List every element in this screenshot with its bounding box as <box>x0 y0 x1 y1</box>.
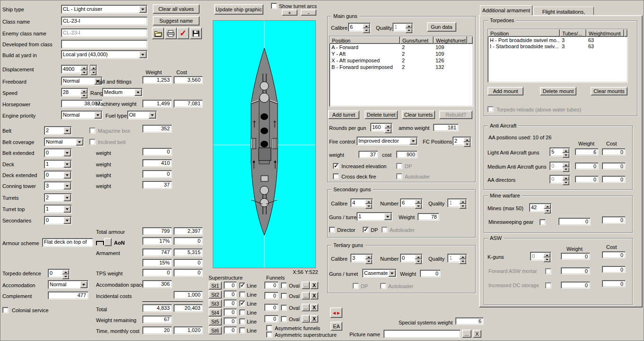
table-row[interactable]: B - Forward superimposed 2 132 <box>330 64 473 70</box>
deck-extended-select[interactable]: 0 <box>44 170 72 179</box>
secondaries-select[interactable]: 0 <box>44 216 72 225</box>
arrow-up-icon[interactable] <box>562 148 569 153</box>
table-row[interactable]: Y - Aft 2 109 <box>330 51 473 57</box>
fuel-type-select[interactable]: Oil <box>127 111 157 119</box>
displacement-spinner[interactable]: 4900 <box>61 65 88 74</box>
belt-coverage-select[interactable]: Normal <box>44 137 84 146</box>
add-turret-button[interactable]: Add turret <box>328 111 359 119</box>
funnel1-more-button[interactable]: ... <box>302 281 310 289</box>
col-position[interactable]: Position <box>488 29 560 37</box>
ter-quality-spinner[interactable]: 1 <box>447 254 467 263</box>
zoom-out-button[interactable]: - <box>301 9 316 16</box>
update-ship-graphic-button[interactable]: Update ship graphic <box>214 4 263 15</box>
col-tubes[interactable]: Tubes/... <box>560 29 586 37</box>
main-guns-table[interactable]: Position Guns/turret Weight/turret A - F… <box>329 36 473 107</box>
chevron-down-icon[interactable] <box>139 51 147 58</box>
armour-scheme-button[interactable] <box>104 238 112 246</box>
delete-turret-button[interactable]: Delete turret <box>365 111 398 119</box>
ter-guns-turret-select[interactable]: Casemate: <box>362 269 397 278</box>
arrow-up-icon[interactable] <box>80 66 87 70</box>
class-name-input[interactable]: CL-23-I <box>61 17 148 26</box>
deck-select[interactable]: 1 <box>44 160 72 169</box>
main-quality-spinner[interactable]: 1 <box>392 23 413 32</box>
fire-control-select[interactable]: Improved director <box>357 136 418 145</box>
st6-button[interactable]: St6 <box>209 326 222 334</box>
col-weight-mount[interactable]: Weight/mount <box>586 29 624 37</box>
funnel3-delete-button[interactable]: X <box>310 304 318 311</box>
picture-name-input[interactable] <box>383 330 461 338</box>
tab-flight-installations[interactable]: Flight installations, missiles <box>533 7 594 15</box>
arrow-up-icon[interactable] <box>90 66 96 70</box>
chevron-down-icon[interactable] <box>139 6 147 13</box>
increased-elevation-checkbox[interactable] <box>333 163 339 169</box>
chevron-down-icon[interactable] <box>63 182 71 189</box>
conning-tower-select[interactable]: 3 <box>44 181 72 190</box>
speed-spinner[interactable]: 28 <box>61 88 88 97</box>
arrow-down-icon[interactable] <box>363 28 370 33</box>
light-aa-spinner[interactable]: 5 <box>549 147 570 156</box>
st2-button[interactable]: St2 <box>209 290 222 298</box>
funnel4-more-button[interactable]: ... <box>302 315 310 323</box>
chevron-down-icon[interactable] <box>384 213 392 220</box>
arrow-up-icon[interactable] <box>80 89 87 94</box>
arrow-down-icon[interactable] <box>459 259 466 264</box>
arrow-up-icon[interactable] <box>365 255 372 259</box>
validate-button[interactable] <box>177 27 189 39</box>
chevron-down-icon[interactable] <box>76 138 83 145</box>
arrow-up-icon[interactable] <box>543 253 550 257</box>
arrow-down-icon[interactable] <box>415 204 422 209</box>
st6-line-checkbox[interactable] <box>239 327 245 333</box>
move-ship-button[interactable]: ◄► <box>330 307 342 318</box>
arrow-up-icon[interactable] <box>459 255 466 259</box>
displacement-fine-spinner[interactable] <box>90 65 97 74</box>
arrow-down-icon[interactable] <box>459 204 466 209</box>
arrow-down-icon[interactable] <box>90 70 96 75</box>
show-turret-arcs-checkbox[interactable] <box>271 3 277 9</box>
armour-scheme-value[interactable]: Flat deck on top of <box>42 238 93 247</box>
chevron-down-icon[interactable] <box>63 161 71 168</box>
mines-spinner[interactable]: 42 <box>529 203 552 212</box>
table-row[interactable]: A - Forward 2 109 <box>330 44 473 51</box>
engine-priority-select[interactable]: Normal <box>61 111 103 119</box>
minesweeping-checkbox[interactable] <box>540 219 546 225</box>
build-yard-select[interactable]: Local yard (43,000) <box>61 50 148 59</box>
col-weight-turret[interactable]: Weight/turret <box>434 36 467 44</box>
st3-line-checkbox[interactable] <box>239 300 245 307</box>
ter-number-spinner[interactable]: 0 <box>400 254 423 263</box>
arrow-up-icon[interactable] <box>415 255 422 259</box>
st4-line-checkbox[interactable] <box>239 309 245 315</box>
delete-mount-button[interactable]: Delete mount <box>540 87 576 95</box>
colonial-service-checkbox[interactable] <box>2 307 9 313</box>
sec-quality-spinner[interactable]: 1 <box>447 198 467 207</box>
arrow-up-icon[interactable] <box>562 176 569 180</box>
funnel1-delete-button[interactable]: X <box>310 281 318 289</box>
chevron-down-icon[interactable] <box>63 217 71 224</box>
col-position[interactable]: Position <box>330 36 400 44</box>
asymmetric-superstructure-checkbox[interactable] <box>266 332 272 338</box>
chevron-down-icon[interactable] <box>409 137 417 145</box>
fc-positions-spinner[interactable]: 2 <box>453 136 471 145</box>
arrow-up-icon[interactable] <box>405 24 412 28</box>
range-select[interactable]: Medium <box>102 88 143 97</box>
sec-calibre-spinner[interactable]: 4 <box>350 198 373 207</box>
st2-line-checkbox[interactable] <box>239 291 245 298</box>
arrow-up-icon[interactable] <box>62 270 69 274</box>
print-button[interactable] <box>165 27 177 39</box>
chevron-down-icon[interactable] <box>63 171 71 179</box>
ea-button[interactable]: EA <box>331 322 342 331</box>
picture-clear-button[interactable]: X <box>473 330 481 338</box>
clear-all-values-button[interactable]: Clear all values <box>153 4 200 14</box>
st1-button[interactable]: St1 <box>209 281 222 290</box>
arrow-down-icon[interactable] <box>562 167 569 172</box>
picture-browse-button[interactable]: ... <box>462 330 471 338</box>
st5-button[interactable]: St5 <box>209 317 222 325</box>
table-row[interactable]: I - Starboard broadside swiv... 3 63 <box>488 43 627 49</box>
st4-button[interactable]: St4 <box>209 308 222 316</box>
ship-type-select[interactable]: CL - Light cruiser <box>61 5 148 14</box>
funnel2-delete-button[interactable]: X <box>310 292 318 299</box>
chevron-down-icon[interactable] <box>80 281 87 288</box>
turret-top-select[interactable]: 1 <box>44 205 72 213</box>
funnel4-oval-checkbox[interactable] <box>281 316 287 322</box>
save-button[interactable] <box>190 27 202 39</box>
funnel3-oval-checkbox[interactable] <box>281 305 287 311</box>
